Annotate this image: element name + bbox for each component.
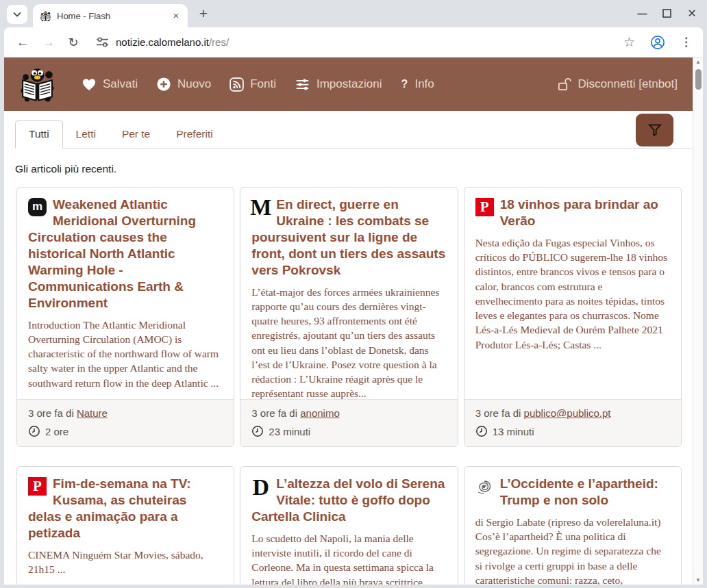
- card-body: DL’altezza del volo di Serena Vitale: tu…: [240, 467, 457, 585]
- card-footer: 3 ore fa di Nature 2 ore: [17, 399, 234, 446]
- scroll-down-arrow[interactable]: ▼: [693, 577, 703, 583]
- article-title[interactable]: MEn direct, guerre en Ukraine : les comb…: [251, 196, 446, 279]
- window-close-button[interactable]: ✕: [686, 7, 697, 20]
- source-link[interactable]: anonimo: [300, 407, 340, 419]
- main-nav: Salvati Nuovo Fonti: [82, 77, 434, 92]
- filter-button[interactable]: [636, 114, 673, 146]
- heart-icon: [82, 77, 97, 91]
- nav-item-info[interactable]: ? Info: [400, 77, 434, 91]
- reload-button[interactable]: ↻: [66, 35, 81, 50]
- nav-item-fonti[interactable]: Fonti: [230, 77, 276, 92]
- publico-icon: P: [475, 198, 494, 216]
- article-title[interactable]: L’Occidente e l’apartheid: Trump e non s…: [475, 476, 670, 509]
- logout-label: Disconnetti [etnbot]: [578, 77, 678, 91]
- article-meta: 3 ore fa di Nature: [28, 407, 223, 419]
- browser-tab[interactable]: Home - Flash ×: [33, 4, 188, 27]
- read-time: 13 minuti: [475, 425, 670, 437]
- article-card[interactable]: DL’altezza del volo di Serena Vitale: tu…: [240, 466, 458, 585]
- clock-icon: [475, 425, 488, 437]
- article-title[interactable]: DL’altezza del volo di Serena Vitale: tu…: [251, 476, 446, 525]
- tab-title: Home - Flash: [57, 11, 170, 21]
- read-time: 23 minuti: [251, 425, 446, 437]
- site-header: Salvati Nuovo Fonti: [4, 57, 693, 111]
- article-title-text: En direct, guerre en Ukraine : les comba…: [251, 197, 445, 277]
- article-title-text: Weakened Atlantic Meridional Overturning…: [28, 197, 196, 310]
- url-path: /res/: [209, 36, 229, 48]
- profile-icon[interactable]: [650, 35, 665, 50]
- filter-tabs: Tutti Letti Per te Preferiti: [15, 120, 693, 149]
- article-card[interactable]: PFim-de-semana na TV: Kusama, as chuteir…: [16, 466, 234, 585]
- article-grid: mWeakened Atlantic Meridional Overturnin…: [16, 187, 682, 585]
- nav-item-salvati[interactable]: Salvati: [82, 77, 138, 91]
- tab-tutti[interactable]: Tutti: [15, 120, 63, 149]
- scrollbar-thumb[interactable]: [695, 69, 702, 90]
- window-maximize-button[interactable]: [662, 9, 671, 18]
- article-card[interactable]: L’Occidente e l’apartheid: Trump e non s…: [464, 466, 682, 585]
- tab-close-icon[interactable]: ×: [170, 10, 182, 22]
- article-card[interactable]: P18 vinhos para brindar ao Verão Nesta e…: [464, 187, 682, 447]
- back-button[interactable]: ←: [15, 35, 30, 50]
- article-title-text: Fim-de-semana na TV: Kusama, as chuteira…: [28, 476, 191, 540]
- article-card[interactable]: mWeakened Atlantic Meridional Overturnin…: [16, 187, 234, 447]
- article-meta: 3 ore fa di anonimo: [251, 407, 446, 419]
- lemonde-icon: M: [251, 198, 270, 218]
- publico-icon: P: [28, 477, 47, 496]
- sliders-icon: [295, 77, 310, 92]
- clock-icon: [251, 425, 264, 437]
- nav-label: Fonti: [250, 77, 276, 91]
- url-host: notizie.calomelano.it: [116, 36, 209, 48]
- forward-button[interactable]: →: [41, 35, 56, 50]
- window-minimize-button[interactable]: —: [636, 8, 647, 19]
- browser-toolbar: ← → ↻ notizie.calomelano.it/res/ ☆ ⋮: [4, 27, 703, 57]
- article-title[interactable]: PFim-de-semana na TV: Kusama, as chuteir…: [28, 476, 223, 541]
- meta-text: 3 ore fa di: [475, 407, 521, 419]
- article-title-text: L’altezza del volo di Serena Vitale: tut…: [251, 476, 445, 524]
- card-body: mWeakened Atlantic Meridional Overturnin…: [17, 188, 234, 399]
- question-icon: ?: [400, 78, 408, 90]
- rss-icon: [230, 77, 244, 92]
- read-time: 2 ore: [28, 425, 223, 437]
- logout-button[interactable]: Disconnetti [etnbot]: [558, 77, 678, 92]
- source-link[interactable]: publico@publico.pt: [524, 407, 611, 419]
- article-excerpt: CINEMA Ninguém Star Movies, sábado, 21h1…: [28, 548, 223, 576]
- page-scrollbar[interactable]: ▲ ▼: [693, 57, 703, 585]
- browser-window-body: ← → ↻ notizie.calomelano.it/res/ ☆ ⋮: [4, 27, 703, 585]
- tab-search-button[interactable]: [7, 5, 27, 24]
- card-footer: 3 ore fa di publico@publico.pt 13 minuti: [464, 399, 681, 446]
- browser-titlebar: Home - Flash × + — ✕: [0, 0, 707, 27]
- article-title[interactable]: P18 vinhos para brindar ao Verão: [475, 196, 670, 229]
- nav-item-nuovo[interactable]: Nuovo: [156, 77, 211, 92]
- tab-per-te[interactable]: Per te: [109, 121, 163, 148]
- page: Salvati Nuovo Fonti: [4, 57, 703, 585]
- card-body: L’Occidente e l’apartheid: Trump e non s…: [464, 467, 681, 585]
- bookmark-star-icon[interactable]: ☆: [623, 34, 635, 50]
- site-info-icon[interactable]: [96, 36, 109, 48]
- browser-menu-icon[interactable]: ⋮: [680, 35, 692, 49]
- article-card[interactable]: MEn direct, guerre en Ukraine : les comb…: [240, 187, 458, 447]
- nav-label: Impostazioni: [317, 77, 382, 91]
- article-excerpt: Lo scudetto del Napoli, la mania delle i…: [251, 531, 446, 585]
- card-body: MEn direct, guerre en Ukraine : les comb…: [240, 188, 457, 399]
- url-bar[interactable]: notizie.calomelano.it/res/: [116, 36, 229, 48]
- read-time-text: 23 minuti: [269, 426, 310, 437]
- nav-item-impostazioni[interactable]: Impostazioni: [295, 77, 382, 92]
- article-title[interactable]: mWeakened Atlantic Meridional Overturnin…: [28, 196, 223, 311]
- article-excerpt: di Sergio Labate (ripreso da volerelalun…: [475, 515, 670, 585]
- site-favicon: [40, 10, 51, 22]
- scroll-up-arrow[interactable]: ▲: [693, 59, 703, 65]
- meta-text: 3 ore fa di: [28, 407, 74, 419]
- article-title-text: 18 vinhos para brindar ao Verão: [500, 197, 658, 228]
- tab-letti[interactable]: Letti: [63, 121, 109, 148]
- plus-circle-icon: [156, 77, 171, 92]
- nav-label: Info: [414, 77, 434, 91]
- article-title-text: L’Occidente e l’apartheid: Trump e non s…: [500, 476, 658, 507]
- page-subtitle: Gli articoli più recenti.: [15, 163, 693, 175]
- mastodon-icon: m: [28, 198, 47, 216]
- read-time-text: 13 minuti: [493, 426, 534, 437]
- meta-text: 3 ore fa di: [251, 407, 297, 419]
- clock-icon: [28, 425, 40, 437]
- tab-preferiti[interactable]: Preferiti: [163, 121, 225, 148]
- nav-label: Salvati: [103, 77, 138, 91]
- source-link[interactable]: Nature: [77, 407, 108, 419]
- new-tab-button[interactable]: +: [195, 5, 212, 22]
